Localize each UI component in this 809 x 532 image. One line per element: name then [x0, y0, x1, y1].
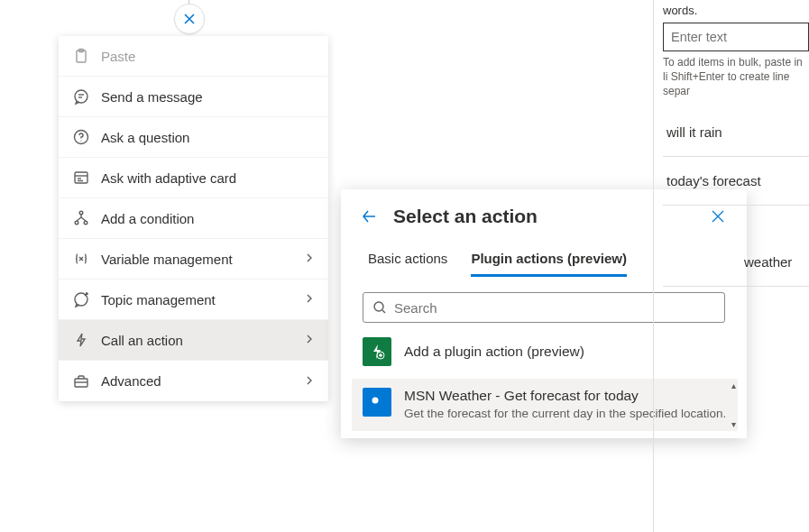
- svg-point-2: [75, 90, 87, 103]
- menu-item-label: Variable management: [101, 252, 315, 267]
- chat-icon: [72, 87, 90, 105]
- svg-line-26: [378, 403, 379, 404]
- question-icon: [72, 128, 90, 146]
- lightning-icon: [72, 331, 90, 349]
- svg-line-18: [382, 310, 385, 313]
- chevron-right-icon: [304, 291, 315, 307]
- menu-item-label: Call an action: [101, 333, 315, 348]
- svg-line-25: [372, 397, 372, 398]
- chevron-right-icon: [304, 332, 315, 348]
- chevron-right-icon: [304, 251, 315, 267]
- clipboard-icon: [72, 47, 90, 65]
- svg-line-27: [372, 403, 372, 404]
- tab-plugin-actions[interactable]: Plugin actions (preview): [471, 245, 627, 277]
- menu-item-label: Topic management: [101, 292, 315, 307]
- menu-item-label: Add a condition: [101, 211, 315, 226]
- menu-item-add-condition[interactable]: Add a condition: [59, 198, 328, 239]
- weather-icon: [363, 388, 391, 417]
- menu-item-adaptive-card[interactable]: Ask with adaptive card: [59, 158, 328, 198]
- menu-item-label: Send a message: [101, 89, 315, 105]
- right-panel: words. To add items in bulk, paste in li…: [653, 0, 809, 532]
- tab-basic-actions[interactable]: Basic actions: [368, 245, 447, 277]
- close-icon: [182, 12, 197, 26]
- close-node-button[interactable]: [174, 4, 205, 34]
- svg-point-6: [80, 140, 81, 141]
- trigger-phrase-input-wrapper[interactable]: [663, 23, 809, 51]
- branch-icon: [72, 209, 90, 227]
- help-text: To add items in bulk, paste in li Shift+…: [663, 55, 809, 99]
- variable-icon: [72, 250, 90, 268]
- svg-point-12: [75, 221, 78, 225]
- menu-item-paste: Paste: [59, 36, 328, 77]
- trigger-phrase-input[interactable]: [671, 30, 801, 44]
- menu-item-label: Paste: [101, 49, 315, 64]
- svg-point-20: [372, 398, 379, 404]
- menu-item-ask-question[interactable]: Ask a question: [59, 117, 328, 158]
- svg-line-28: [378, 397, 379, 398]
- svg-point-11: [79, 211, 83, 215]
- menu-item-label: Ask with adaptive card: [101, 170, 315, 186]
- search-icon: [372, 300, 387, 315]
- menu-item-label: Advanced: [101, 373, 315, 389]
- menu-item-label: Ask a question: [101, 130, 315, 145]
- menu-item-send-message[interactable]: Send a message: [59, 77, 328, 117]
- add-node-menu: Paste Send a message Ask a question Ask …: [59, 36, 328, 401]
- topic-icon: [72, 290, 90, 308]
- trigger-phrase-item[interactable]: weather: [663, 238, 809, 287]
- toolbox-icon: [72, 372, 90, 390]
- add-plugin-label: Add a plugin action (preview): [404, 344, 584, 360]
- trigger-phrase-item[interactable]: today's forecast: [663, 157, 809, 206]
- menu-item-variable-management[interactable]: Variable management: [59, 239, 328, 280]
- back-button[interactable]: [361, 208, 377, 225]
- menu-item-advanced[interactable]: Advanced: [59, 361, 328, 401]
- menu-item-topic-management[interactable]: Topic management: [59, 280, 328, 320]
- chevron-right-icon: [304, 373, 315, 390]
- plugin-add-icon: [363, 337, 391, 366]
- menu-item-call-action[interactable]: Call an action: [59, 320, 328, 361]
- svg-point-13: [84, 221, 87, 225]
- field-label-fragment: words.: [663, 4, 809, 17]
- svg-point-17: [374, 302, 383, 311]
- card-icon: [72, 169, 90, 187]
- trigger-phrase-item[interactable]: will it rain: [663, 108, 809, 157]
